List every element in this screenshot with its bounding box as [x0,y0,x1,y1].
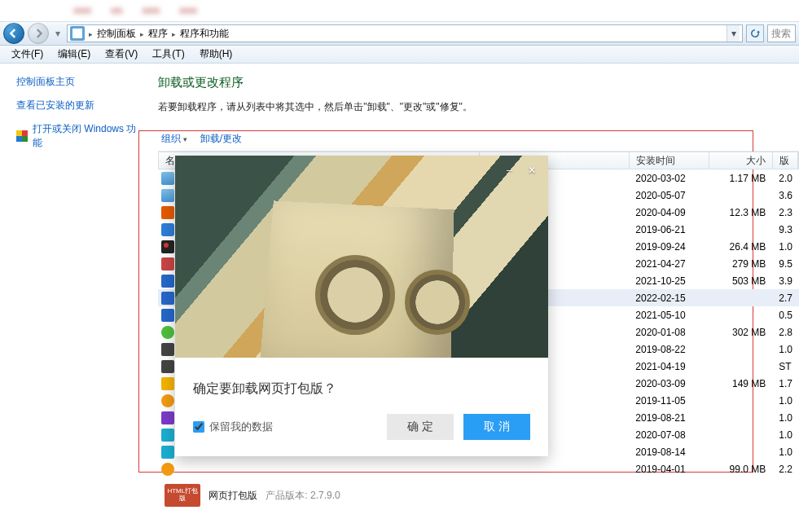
app-icon [158,446,176,459]
cell-date: 2020-07-08 [629,429,709,441]
address-bar[interactable]: 控制面板 程序 程序和功能 ▾ [67,24,743,42]
app-icon [158,360,176,373]
cell-size: 26.4 MB [709,241,772,253]
cell-version: 9.3 [772,224,799,235]
table-row[interactable]: 2019-04-0199.0 MB2.2 [158,460,799,477]
minimize-button[interactable]: – [501,162,517,178]
cell-date: 2020-03-02 [629,173,709,184]
cell-size: 302 MB [709,327,772,338]
cell-version: ST [772,361,799,372]
app-icon [158,411,176,424]
dialog-hero-image: – ✕ [175,156,548,358]
cell-size: 12.3 MB [709,207,772,218]
close-button[interactable]: ✕ [524,162,540,178]
breadcrumb-mid[interactable]: 程序 [148,27,168,41]
cell-version: 2.3 [772,207,799,218]
menu-view[interactable]: 查看(V) [99,46,144,63]
app-icon [158,189,176,202]
col-install-date[interactable]: 安装时间 [630,152,709,169]
menu-edit[interactable]: 编辑(E) [51,46,97,63]
app-icon [158,394,176,407]
menu-file[interactable]: 文件(F) [5,46,50,63]
app-icon [158,343,176,356]
ok-button[interactable]: 确 定 [387,414,454,440]
app-icon [158,275,176,288]
cell-size: 99.0 MB [709,464,772,475]
cell-version: 1.0 [772,395,799,407]
breadcrumb-root[interactable]: 控制面板 [97,27,136,41]
page-title: 卸载或更改程序 [158,75,799,90]
breadcrumb-leaf[interactable]: 程序和功能 [180,27,229,41]
cell-version: 2.7 [772,292,799,304]
uninstall-confirm-dialog: – ✕ 确定要卸载网页打包版？ 保留我的数据 确 定 取 消 [175,156,548,456]
keep-data-input[interactable] [193,421,204,433]
keep-data-label: 保留我的数据 [209,420,273,434]
history-dropdown[interactable]: ▾ [52,24,64,42]
cell-date: 2019-08-14 [629,446,709,458]
uninstall-change-action[interactable]: 卸载/更改 [200,132,242,146]
cell-version: 0.5 [772,310,799,321]
breadcrumb-separator [170,28,178,39]
content-area: 卸载或更改程序 若要卸载程序，请从列表中将其选中，然后单击"卸载"、"更改"或"… [150,64,799,532]
selected-app-name: 网页打包版 [209,489,257,503]
app-icon [158,206,176,219]
cell-version: 3.6 [772,190,799,201]
shield-icon [16,130,28,142]
cell-version: 2.8 [772,327,799,338]
cell-version: 2.2 [772,464,799,475]
cell-version: 3.9 [772,275,799,287]
sidebar-installed-updates[interactable]: 查看已安装的更新 [16,99,137,112]
cell-version: 1.0 [772,412,799,424]
control-panel-icon [70,26,85,41]
breadcrumb-separator [138,28,146,39]
cell-date: 2020-04-09 [629,207,709,218]
cell-date: 2019-08-21 [629,412,709,424]
keep-data-checkbox[interactable]: 保留我的数据 [193,420,273,434]
app-icon [158,240,176,253]
cell-date: 2021-04-27 [629,258,709,270]
arrow-right-icon [33,29,43,38]
sidebar-home[interactable]: 控制面板主页 [16,75,137,89]
arrow-left-icon [9,29,19,38]
dialog-message: 确定要卸载网页打包版？ [193,380,530,398]
cell-date: 2019-08-22 [629,344,709,355]
cell-date: 2021-04-19 [629,361,709,372]
organize-menu[interactable]: 组织 [161,132,187,146]
page-subtitle: 若要卸载程序，请从列表中将其选中，然后单击"卸载"、"更改"或"修复"。 [158,100,799,114]
col-size[interactable]: 大小 [709,152,773,169]
cell-date: 2020-05-07 [629,190,709,201]
forward-button[interactable] [28,23,49,44]
menu-tools[interactable]: 工具(T) [146,46,191,63]
cell-size: 1.17 MB [709,173,772,184]
cell-size: 149 MB [709,378,772,389]
cell-date: 2019-04-01 [629,464,709,475]
meta-label: 产品版本: [266,490,307,501]
search-input[interactable]: 搜索 [767,24,796,42]
app-icon [158,377,176,390]
app-icon [158,326,176,339]
cell-size: 279 MB [709,258,772,270]
breadcrumb-separator [87,28,94,39]
cancel-button[interactable]: 取 消 [463,414,530,440]
refresh-icon [749,28,761,39]
cell-version: 1.0 [772,446,799,458]
sidebar-windows-features[interactable]: 打开或关闭 Windows 功能 [16,122,137,150]
app-icon [158,257,176,270]
menu-help[interactable]: 帮助(H) [193,46,239,63]
cell-version: 9.5 [772,258,799,270]
back-button[interactable] [3,23,24,44]
cell-date: 2020-01-08 [629,327,709,338]
cell-version: 1.0 [772,241,799,253]
address-dropdown[interactable]: ▾ [727,25,740,42]
cell-date: 2019-06-21 [629,224,709,235]
refresh-button[interactable] [746,24,764,42]
app-icon [158,463,176,476]
sidebar: 控制面板主页 查看已安装的更新 打开或关闭 Windows 功能 [0,64,150,532]
app-icon [158,309,176,322]
cell-version: 1.0 [772,429,799,441]
cell-version: 1.0 [772,344,799,355]
app-icon [158,429,176,442]
cell-date: 2019-09-24 [629,241,709,253]
col-version[interactable]: 版 [773,152,798,169]
list-toolbar: 组织 卸载/更改 [158,129,799,152]
